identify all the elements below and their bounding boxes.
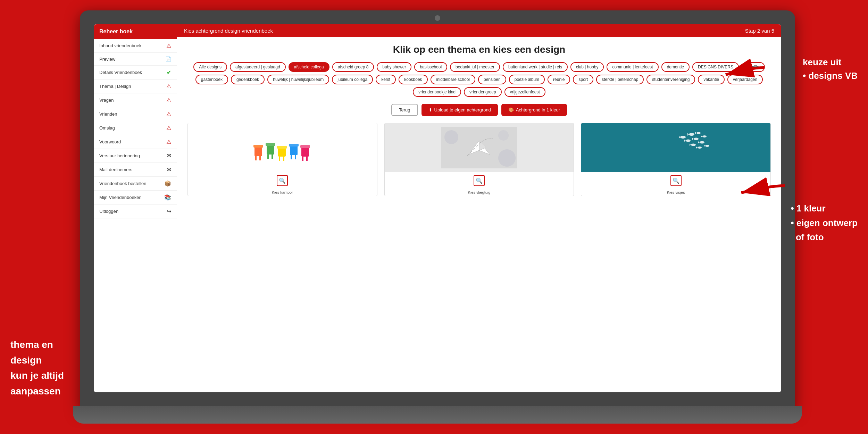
tag-vriendenboekje[interactable]: vriendenboekje kind	[413, 87, 461, 97]
svg-rect-14	[291, 155, 292, 159]
tag-alle-designs[interactable]: Alle designs	[193, 62, 227, 72]
zoom-btn-fish[interactable]: 🔍	[670, 175, 682, 186]
tag-club-hobby[interactable]: club | hobby	[570, 62, 604, 72]
sidebar-item-mijn[interactable]: Mijn Vriendenboeken 📚	[94, 191, 177, 205]
svg-rect-7	[272, 155, 273, 159]
svg-point-29	[689, 133, 694, 136]
warning-icon-vrienden: ⚠	[166, 111, 171, 117]
svg-point-33	[694, 138, 699, 140]
books-icon: 📚	[164, 194, 171, 201]
design-card-chairs[interactable]: 🔍 Kies kantoor	[187, 123, 377, 196]
main-content: Kies achtergrond design vriendenboek Sta…	[177, 24, 781, 392]
sidebar-item-voorwoord[interactable]: Voorwoord ⚠	[94, 135, 177, 149]
design-zoom-airplane: 🔍	[385, 172, 574, 189]
tag-reunie[interactable]: reünie	[548, 75, 570, 84]
sidebar-item-vragen[interactable]: Vragen ⚠	[94, 93, 177, 107]
tag-vrijgezellenfeest[interactable]: vrijgezellenfeest	[504, 87, 545, 97]
arrow-svg-top	[722, 54, 767, 82]
tag-pensioen[interactable]: pensioen	[478, 75, 506, 84]
color-button[interactable]: 🎨 Achtergrond in 1 kleur	[501, 104, 567, 116]
svg-point-41	[702, 135, 707, 137]
top-bar: Kies achtergrond design vriendenboek Sta…	[177, 24, 781, 37]
tag-buitenland[interactable]: buitenland werk | studie | reis	[503, 62, 568, 72]
tag-jubileum[interactable]: jubileum collega	[332, 75, 373, 84]
upload-icon: ⬆	[428, 107, 432, 112]
tag-dementie[interactable]: dementie	[661, 62, 690, 72]
svg-rect-19	[306, 157, 308, 161]
tag-vakantie[interactable]: vakantie	[698, 75, 725, 84]
svg-point-27	[680, 136, 686, 139]
screen-content: Beheer boek Inhoud vriendenboek ⚠ Previe…	[94, 24, 781, 392]
zoom-btn-airplane[interactable]: 🔍	[474, 175, 485, 186]
annotation-right-bottom: • 1 kleur• eigen ontwerp of foto	[791, 201, 858, 245]
designs-grid: 🔍 Kies kantoor	[187, 123, 771, 196]
chairs-svg	[248, 127, 317, 168]
screen-bezel: Beheer boek Inhoud vriendenboek ⚠ Previe…	[94, 24, 781, 392]
tag-studenten[interactable]: studentenvereniging	[646, 75, 695, 84]
design-thumbnail-chairs	[188, 123, 377, 172]
webcam	[435, 15, 440, 21]
tag-poezie[interactable]: poëzie album	[509, 75, 545, 84]
tag-baby-shower[interactable]: baby shower	[377, 62, 411, 72]
design-zoom-chairs: 🔍	[188, 172, 377, 189]
svg-rect-2	[255, 156, 257, 160]
upload-button[interactable]: ⬆ Upload je eigen achtergrond	[422, 104, 498, 116]
tag-bedankt-juf[interactable]: bedankt juf | meester	[450, 62, 500, 72]
design-thumbnail-fish	[581, 123, 770, 172]
tag-afscheid-groep8[interactable]: afscheid groep 8	[332, 62, 374, 72]
sidebar-label-uitloggen: Uitloggen	[99, 209, 118, 214]
annotation-right-top: keuze uit• designs VB	[803, 56, 858, 83]
sidebar-label-details: Details Vriendenboek	[99, 70, 142, 75]
sidebar-item-vrienden[interactable]: Vrienden ⚠	[94, 107, 177, 121]
tag-kookboek[interactable]: kookboek	[399, 75, 427, 84]
svg-rect-3	[259, 156, 261, 160]
sidebar-item-omslag[interactable]: Omslag ⚠	[94, 121, 177, 135]
design-card-airplane[interactable]: 🔍 Kies vliegtuig	[384, 123, 574, 196]
tag-basisschool[interactable]: basisschool	[414, 62, 447, 72]
color-icon: 🎨	[508, 107, 514, 112]
sidebar-label-mijn: Mijn Vriendenboeken	[99, 195, 142, 200]
sidebar-item-inhoud[interactable]: Inhoud vriendenboek ⚠	[94, 39, 177, 53]
sidebar-item-thema[interactable]: Thema | Design ⚠	[94, 80, 177, 93]
tag-communie[interactable]: communie | lentefeest	[607, 62, 658, 72]
sidebar-item-bestellen[interactable]: Vriendenboek bestellen 📦	[94, 177, 177, 191]
top-bar-title: Kies achtergrond design vriendenboek	[184, 28, 273, 34]
tag-kerst[interactable]: kerst	[376, 75, 396, 84]
back-button[interactable]: Terug	[391, 104, 418, 116]
sidebar-item-preview[interactable]: Preview 📄	[94, 53, 177, 66]
laptop-base	[73, 406, 802, 424]
tag-middelbare[interactable]: middelbare school	[431, 75, 475, 84]
sidebar-item-uitloggen[interactable]: Uitloggen ↪	[94, 205, 177, 218]
tag-huwelijk[interactable]: huwelijk | huwelijksjubileum	[267, 75, 329, 84]
design-label-chairs: Kies kantoor	[188, 189, 377, 196]
tag-gastenboek[interactable]: gastenboek	[195, 75, 228, 84]
warning-icon-thema: ⚠	[166, 83, 171, 90]
svg-point-31	[686, 140, 691, 142]
zoom-btn-chairs[interactable]: 🔍	[277, 175, 288, 186]
svg-rect-17	[300, 145, 310, 148]
sidebar-item-verstuur[interactable]: Verstuur herinnering ✉	[94, 149, 177, 163]
sidebar-item-details[interactable]: Details Vriendenboek ✔	[94, 66, 177, 80]
svg-rect-10	[279, 157, 280, 161]
logout-icon: ↪	[167, 208, 171, 215]
tag-gedenkboek[interactable]: gedenkboek	[231, 75, 265, 84]
sidebar: Beheer boek Inhoud vriendenboek ⚠ Previe…	[94, 24, 177, 392]
sidebar-label-omslag: Omslag	[99, 125, 115, 131]
svg-rect-6	[267, 155, 269, 159]
pdf-icon: 📄	[165, 56, 171, 62]
upload-label: Upload je eigen achtergrond	[434, 107, 491, 112]
sidebar-label-verstuur: Verstuur herinnering	[99, 153, 140, 158]
tag-sport[interactable]: sport	[573, 75, 593, 84]
svg-rect-13	[289, 144, 299, 147]
color-label: Achtergrond in 1 kleur	[516, 107, 560, 112]
laptop-shell: Beheer boek Inhoud vriendenboek ⚠ Previe…	[80, 10, 795, 410]
book-icon: 📦	[164, 180, 171, 187]
sidebar-item-mail[interactable]: Mail deelnemers ✉	[94, 163, 177, 177]
svg-point-21	[444, 130, 458, 144]
tag-afscheid-collega[interactable]: afscheid collega	[289, 62, 329, 72]
tag-vriendengroep[interactable]: vriendengroep	[464, 87, 502, 97]
tag-sterkte[interactable]: sterkte | beterschap	[596, 75, 644, 84]
design-label-airplane: Kies vliegtuig	[385, 189, 574, 196]
svg-point-22	[498, 149, 516, 167]
tag-afgestudeerd[interactable]: afgestudeerd | geslaagd	[230, 62, 286, 72]
